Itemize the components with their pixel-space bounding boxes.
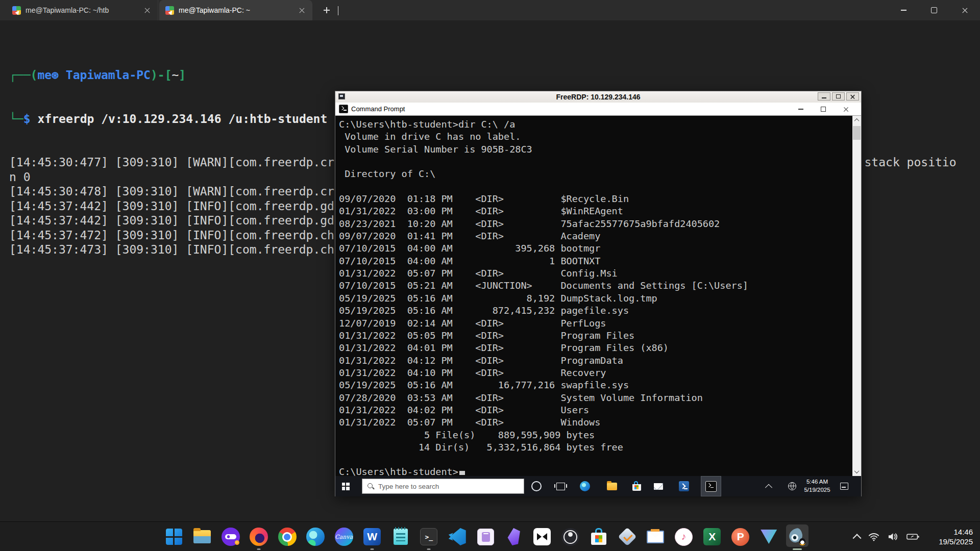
close-icon [299,8,305,13]
chevron-up-icon [853,534,862,542]
host-clock[interactable]: 14:46 19/5/2025 [939,522,973,551]
tab-close-button[interactable] [141,5,153,16]
taskbar-app-word[interactable]: W [358,522,387,551]
taskbar-app-itunes[interactable]: ♪ [670,522,698,551]
canva-icon: Canva [335,528,353,546]
cmd-prompt-line: C:\Users\htb-student> [339,466,465,476]
vscode-icon [449,528,466,545]
terminal-tab-htb[interactable]: me@Tapiwamla-PC: ~/htb [6,0,158,20]
terminal-tab-bar: me@Tapiwamla-PC: ~/htb me@Tapiwamla-PC: … [0,0,980,20]
rdp-start-button[interactable] [335,476,356,496]
minimize-button[interactable] [790,103,812,116]
freerdp-title: FreeRDP: 10.129.234.146 [335,93,861,101]
rdp-cortana-button[interactable] [526,476,547,496]
taskbar-app-file-explorer[interactable] [188,522,217,551]
rdp-taskview-button[interactable] [550,476,571,496]
edge-icon [306,528,325,546]
taskbar-app-obsidian[interactable] [500,522,528,551]
cmd-titlebar[interactable]: Command Prompt [335,103,861,116]
scroll-up-button[interactable] [852,116,861,124]
minimize-button[interactable] [888,0,919,20]
rdp-powershell-button[interactable] [674,476,694,496]
wifi-button[interactable] [868,533,879,541]
terminal-tab-icon [165,6,174,15]
close-button[interactable] [846,92,859,101]
host-date: 19/5/2025 [939,537,973,547]
host-tray [854,522,920,551]
tab-close-button[interactable] [296,5,307,16]
cmd-console[interactable]: C:\Users\htb-student>dir C:\ /a Volume i… [335,116,861,476]
terminal-tab-label: me@Tapiwamla-PC: ~ [179,6,291,14]
rdp-network-button[interactable] [783,476,801,496]
minimize-button[interactable] [818,92,830,101]
taskbar-app-proton-vpn[interactable] [755,522,783,551]
taskbar-app-excel[interactable]: X [698,522,727,551]
terminal-tab-label: me@Tapiwamla-PC: ~/htb [26,6,137,14]
volume-button[interactable] [888,532,898,541]
rdp-cmd-taskbar-button[interactable] [701,476,721,496]
new-tab-button[interactable] [320,4,334,17]
rdp-action-center-button[interactable] [836,476,853,496]
taskbar-app-device-app[interactable] [472,522,500,551]
maximize-button[interactable] [832,92,845,101]
rdp-mail-button[interactable] [648,476,669,496]
file-explorer-icon [193,530,211,543]
mail-icon [654,483,663,490]
excel-icon: X [703,528,721,545]
rdp-taskbar: Type here to search 5:46 AM 5/19/2025 [335,476,861,496]
close-button[interactable] [949,0,980,20]
scroll-down-button[interactable] [852,467,861,476]
taskbar-app-windows-terminal[interactable]: >_ [415,522,444,551]
cmd-app-icon [339,105,348,113]
terminal-tab-icon [12,6,21,15]
rdp-store-button[interactable] [626,476,647,496]
taskbar-app-microsoft-store[interactable] [585,522,614,551]
taskbar-app-windows-start[interactable] [160,522,188,551]
rdp-tray-expand-button[interactable] [761,476,776,496]
taskbar-app-linux-wslg-app[interactable] [783,522,812,551]
taskbar-app-firefox[interactable] [245,522,274,551]
rdp-clock[interactable]: 5:46 AM 5/19/2025 [803,476,831,496]
battery-icon [906,533,920,540]
taskbar-app-powerpoint[interactable]: P [726,522,755,551]
freerdp-window-buttons [818,92,859,101]
rdp-edge-button[interactable] [575,476,595,496]
notepad-icon [394,529,408,545]
rdp-search-box[interactable]: Type here to search [362,479,524,494]
task-view-icon [556,483,565,490]
taskbar-app-edge[interactable] [302,522,330,551]
close-button[interactable] [835,103,857,116]
edge-icon [580,481,590,491]
rdp-explorer-button[interactable] [602,476,622,496]
cmd-icon [705,481,717,492]
taskbar-app-chrome[interactable] [273,522,302,551]
terminal-tab-home[interactable]: me@Tapiwamla-PC: ~ [159,0,312,20]
freerdp-titlebar[interactable]: FreeRDP: 10.129.234.146 [335,91,861,103]
restore-button[interactable] [812,103,835,116]
chevron-up-icon [854,118,860,123]
console-scrollbar[interactable] [852,116,861,476]
taskbar-app-notepad[interactable] [386,522,415,551]
taskbar-app-obs-studio[interactable] [556,522,585,551]
running-indicator [371,548,374,550]
battery-button[interactable] [906,533,920,540]
taskbar-app-capcut[interactable] [528,522,557,551]
close-icon [962,8,968,13]
restore-button[interactable] [919,0,949,20]
scrollbar-thumb[interactable] [853,126,861,140]
network-globe-icon [788,482,796,490]
cmd-title: Command Prompt [351,105,405,113]
proton-vpn-icon [761,530,777,544]
taskbar-app-canva[interactable]: Canva [330,522,358,551]
taskbar-app-firefox-private-browsing[interactable] [216,522,245,551]
taskbar-app-mail[interactable] [642,522,670,551]
file-explorer-icon [607,483,617,490]
taskbar-app-vscode[interactable] [443,522,472,551]
search-icon [367,483,374,490]
tab-dropdown-button[interactable] [338,6,348,15]
powershell-icon [679,481,689,491]
taskbar-app-check-app[interactable] [613,522,642,551]
hidden-icons-button[interactable] [854,534,860,540]
restore-icon [821,107,826,112]
prompt-user: me⊛ Tapiwamla-PC [37,68,151,82]
